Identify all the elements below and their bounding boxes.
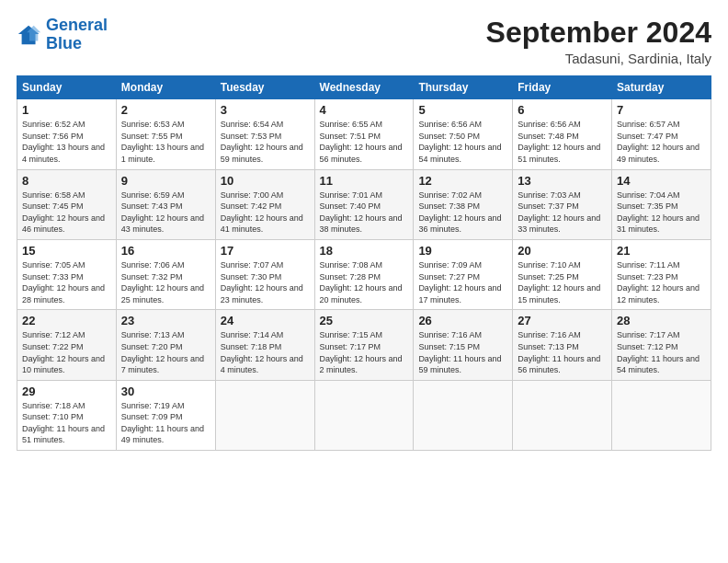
day-number: 15 [22,244,111,258]
cell-info: Sunrise: 6:56 AMSunset: 7:48 PMDaylight:… [518,120,600,164]
day-number: 4 [320,103,409,117]
logo-general: General [46,16,108,34]
title-area: September 2024 Tadasuni, Sardinia, Italy [486,17,711,66]
day-number: 1 [22,103,111,117]
cell-info: Sunrise: 7:03 AMSunset: 7:37 PMDaylight:… [518,190,600,235]
day-number: 25 [320,314,409,327]
day-number: 5 [418,103,507,117]
day-number: 11 [320,174,409,188]
day-number: 16 [121,244,210,258]
cell-info: Sunrise: 7:02 AMSunset: 7:38 PMDaylight:… [418,190,501,235]
calendar-cell: 16 Sunrise: 7:06 AMSunset: 7:32 PMDaylig… [116,239,215,309]
weekday-header-row: SundayMondayTuesdayWednesdayThursdayFrid… [17,76,711,99]
calendar-cell: 10 Sunrise: 7:00 AMSunset: 7:42 PMDaylig… [215,169,314,239]
calendar-cell: 11 Sunrise: 7:01 AMSunset: 7:40 PMDaylig… [314,169,414,239]
cell-info: Sunrise: 7:15 AMSunset: 7:17 PMDaylight:… [320,330,403,374]
day-number: 9 [121,174,210,188]
calendar-week-2: 8 Sunrise: 6:58 AMSunset: 7:45 PMDayligh… [17,169,711,239]
calendar-cell: 22 Sunrise: 7:12 AMSunset: 7:22 PMDaylig… [17,310,117,380]
day-number: 3 [221,103,310,117]
calendar-cell: 1 Sunrise: 6:52 AMSunset: 7:56 PMDayligh… [17,99,117,169]
logo-blue: Blue [46,34,82,52]
calendar-cell: 30 Sunrise: 7:19 AMSunset: 7:09 PMDaylig… [116,380,215,450]
calendar-cell: 27 Sunrise: 7:16 AMSunset: 7:13 PMDaylig… [513,310,612,380]
cell-info: Sunrise: 7:01 AMSunset: 7:40 PMDaylight:… [320,190,403,235]
day-number: 18 [320,244,409,258]
calendar-page: General Blue September 2024 Tadasuni, Sa… [0,0,728,563]
logo-text: General Blue [46,17,108,53]
logo-icon [17,22,42,48]
cell-info: Sunrise: 7:17 AMSunset: 7:12 PMDaylight:… [617,330,700,374]
day-number: 26 [418,314,507,327]
calendar-cell: 5 Sunrise: 6:56 AMSunset: 7:50 PMDayligh… [414,99,513,169]
weekday-header-sunday: Sunday [17,76,117,99]
calendar-cell [414,380,513,450]
calendar-week-5: 29 Sunrise: 7:18 AMSunset: 7:10 PMDaylig… [17,380,711,450]
weekday-header-saturday: Saturday [612,76,711,99]
cell-info: Sunrise: 6:58 AMSunset: 7:45 PMDaylight:… [22,190,105,235]
cell-info: Sunrise: 6:59 AMSunset: 7:43 PMDaylight:… [121,190,204,235]
calendar-cell: 4 Sunrise: 6:55 AMSunset: 7:51 PMDayligh… [314,99,414,169]
header-row: General Blue September 2024 Tadasuni, Sa… [17,17,711,66]
calendar-cell: 28 Sunrise: 7:17 AMSunset: 7:12 PMDaylig… [612,310,711,380]
day-number: 21 [617,244,706,258]
day-number: 27 [518,314,607,327]
day-number: 22 [22,314,111,327]
logo: General Blue [17,17,108,53]
day-number: 24 [221,314,310,327]
cell-info: Sunrise: 7:18 AMSunset: 7:10 PMDaylight:… [22,401,105,445]
calendar-cell: 17 Sunrise: 7:07 AMSunset: 7:30 PMDaylig… [215,239,314,309]
calendar-cell: 25 Sunrise: 7:15 AMSunset: 7:17 PMDaylig… [314,310,414,380]
day-number: 17 [221,244,310,258]
cell-info: Sunrise: 6:52 AMSunset: 7:56 PMDaylight:… [22,120,105,164]
calendar-cell: 19 Sunrise: 7:09 AMSunset: 7:27 PMDaylig… [414,239,513,309]
location-title: Tadasuni, Sardinia, Italy [486,51,711,66]
cell-info: Sunrise: 7:16 AMSunset: 7:15 PMDaylight:… [418,330,501,374]
cell-info: Sunrise: 7:00 AMSunset: 7:42 PMDaylight:… [221,190,303,235]
calendar-cell [314,380,414,450]
calendar-cell: 24 Sunrise: 7:14 AMSunset: 7:18 PMDaylig… [215,310,314,380]
calendar-cell: 21 Sunrise: 7:11 AMSunset: 7:23 PMDaylig… [612,239,711,309]
cell-info: Sunrise: 7:04 AMSunset: 7:35 PMDaylight:… [617,190,700,235]
cell-info: Sunrise: 7:09 AMSunset: 7:27 PMDaylight:… [418,260,501,304]
calendar-week-4: 22 Sunrise: 7:12 AMSunset: 7:22 PMDaylig… [17,310,711,380]
cell-info: Sunrise: 7:12 AMSunset: 7:22 PMDaylight:… [22,330,105,374]
calendar-cell [513,380,612,450]
day-number: 10 [221,174,310,188]
calendar-week-3: 15 Sunrise: 7:05 AMSunset: 7:33 PMDaylig… [17,239,711,309]
cell-info: Sunrise: 7:06 AMSunset: 7:32 PMDaylight:… [121,260,204,304]
day-number: 7 [617,103,706,117]
calendar-cell: 18 Sunrise: 7:08 AMSunset: 7:28 PMDaylig… [314,239,414,309]
cell-info: Sunrise: 6:54 AMSunset: 7:53 PMDaylight:… [221,120,303,164]
cell-info: Sunrise: 7:10 AMSunset: 7:25 PMDaylight:… [518,260,600,304]
cell-info: Sunrise: 7:19 AMSunset: 7:09 PMDaylight:… [121,401,204,445]
cell-info: Sunrise: 7:11 AMSunset: 7:23 PMDaylight:… [617,260,700,304]
calendar-cell: 26 Sunrise: 7:16 AMSunset: 7:15 PMDaylig… [414,310,513,380]
calendar-cell: 23 Sunrise: 7:13 AMSunset: 7:20 PMDaylig… [116,310,215,380]
cell-info: Sunrise: 7:13 AMSunset: 7:20 PMDaylight:… [121,330,204,374]
cell-info: Sunrise: 7:05 AMSunset: 7:33 PMDaylight:… [22,260,105,304]
calendar-cell: 12 Sunrise: 7:02 AMSunset: 7:38 PMDaylig… [414,169,513,239]
day-number: 6 [518,103,607,117]
day-number: 23 [121,314,210,327]
calendar-cell: 6 Sunrise: 6:56 AMSunset: 7:48 PMDayligh… [513,99,612,169]
weekday-header-wednesday: Wednesday [314,76,414,99]
calendar-cell [215,380,314,450]
day-number: 2 [121,103,210,117]
calendar-cell: 7 Sunrise: 6:57 AMSunset: 7:47 PMDayligh… [612,99,711,169]
day-number: 29 [22,385,111,398]
calendar-cell: 13 Sunrise: 7:03 AMSunset: 7:37 PMDaylig… [513,169,612,239]
calendar-cell: 3 Sunrise: 6:54 AMSunset: 7:53 PMDayligh… [215,99,314,169]
calendar-table: SundayMondayTuesdayWednesdayThursdayFrid… [17,75,711,451]
cell-info: Sunrise: 7:16 AMSunset: 7:13 PMDaylight:… [518,330,600,374]
cell-info: Sunrise: 6:55 AMSunset: 7:51 PMDaylight:… [320,120,403,164]
cell-info: Sunrise: 7:08 AMSunset: 7:28 PMDaylight:… [320,260,403,304]
calendar-cell: 9 Sunrise: 6:59 AMSunset: 7:43 PMDayligh… [116,169,215,239]
day-number: 8 [22,174,111,188]
day-number: 28 [617,314,706,327]
cell-info: Sunrise: 6:56 AMSunset: 7:50 PMDaylight:… [418,120,501,164]
cell-info: Sunrise: 6:57 AMSunset: 7:47 PMDaylight:… [617,120,700,164]
calendar-cell: 29 Sunrise: 7:18 AMSunset: 7:10 PMDaylig… [17,380,117,450]
cell-info: Sunrise: 7:07 AMSunset: 7:30 PMDaylight:… [221,260,303,304]
day-number: 30 [121,385,210,398]
